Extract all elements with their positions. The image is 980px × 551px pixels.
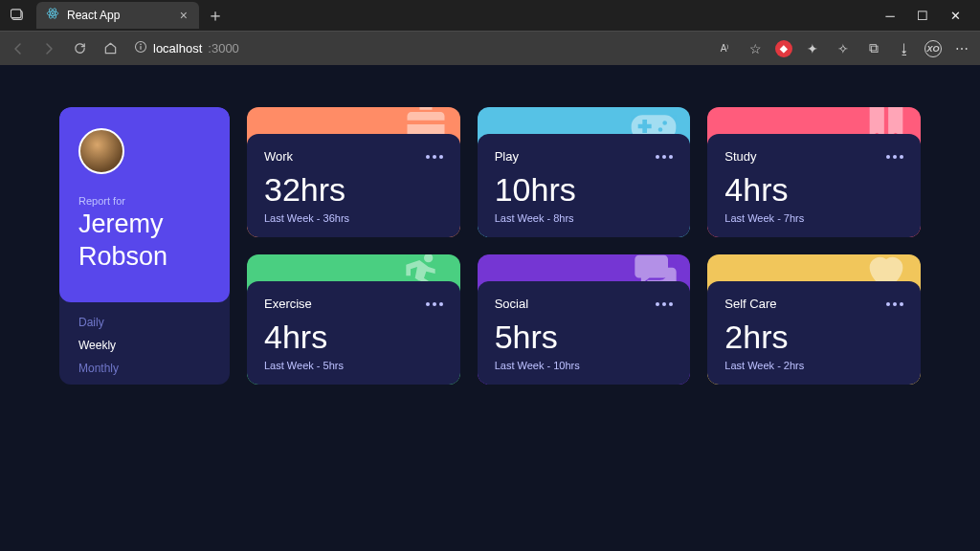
- card-menu-button[interactable]: [886, 151, 903, 163]
- svg-rect-1: [11, 10, 21, 18]
- activity-card-body[interactable]: Self Care2hrsLast Week - 2hrs: [707, 281, 921, 385]
- browser-titlebar: React App × ＋ ─ ☐ ✕: [0, 0, 980, 31]
- profile-name: Jeremy Robson: [78, 209, 211, 274]
- profile-card: Report for Jeremy Robson DailyWeeklyMont…: [59, 107, 230, 385]
- card-menu-button[interactable]: [656, 151, 673, 163]
- window-controls: ─ ☐ ✕: [869, 9, 976, 23]
- activity-previous: Last Week - 5hrs: [264, 360, 443, 371]
- mode-monthly[interactable]: Monthly: [78, 362, 211, 375]
- tab-strip: React App × ＋: [4, 2, 869, 29]
- browser-addressbar: localhost:3000 A⁾ ☆ ◆ ✦ ✧ ⧉ ⭳ XO ⋯: [0, 31, 980, 65]
- activity-card-work: Work32hrsLast Week - 36hrs: [247, 107, 460, 237]
- activity-card-selfcare: Self Care2hrsLast Week - 2hrs: [707, 254, 921, 385]
- nav-reload-button[interactable]: [69, 38, 90, 59]
- card-menu-button[interactable]: [656, 298, 673, 310]
- activity-card-body[interactable]: Study4hrsLast Week - 7hrs: [707, 134, 921, 237]
- browser-menu-button[interactable]: ⋯: [951, 39, 972, 58]
- svg-point-8: [140, 43, 142, 45]
- url-host: localhost: [153, 41, 202, 55]
- activity-hours: 4hrs: [264, 319, 443, 356]
- read-aloud-icon[interactable]: A⁾: [714, 39, 735, 58]
- activity-hours: 32hrs: [264, 171, 443, 209]
- address-field[interactable]: localhost:3000: [134, 40, 239, 57]
- activity-card-body[interactable]: Work32hrsLast Week - 36hrs: [247, 134, 460, 237]
- downloads-icon[interactable]: ⭳: [894, 39, 915, 58]
- new-tab-button[interactable]: ＋: [199, 2, 232, 29]
- activity-card-study: Study4hrsLast Week - 7hrs: [707, 107, 921, 237]
- activity-hours: 10hrs: [495, 171, 674, 209]
- activity-previous: Last Week - 2hrs: [724, 360, 903, 371]
- extensions-icon[interactable]: ✦: [802, 39, 823, 58]
- activity-title: Social: [495, 297, 528, 311]
- activity-hours: 4hrs: [724, 171, 903, 209]
- profile-header: Report for Jeremy Robson: [59, 107, 230, 302]
- svg-rect-7: [140, 46, 141, 50]
- activity-hours: 2hrs: [724, 319, 903, 356]
- card-menu-button[interactable]: [886, 298, 903, 310]
- avatar: [78, 128, 124, 174]
- activity-card-play: Play10hrsLast Week - 8hrs: [478, 107, 691, 237]
- window-minimize-button[interactable]: ─: [882, 9, 898, 23]
- activity-title: Exercise: [264, 297, 312, 311]
- card-menu-button[interactable]: [426, 151, 443, 163]
- dashboard-grid: Report for Jeremy Robson DailyWeeklyMont…: [59, 107, 921, 385]
- timeframe-modes: DailyWeeklyMonthly: [59, 302, 230, 386]
- window-close-button[interactable]: ✕: [947, 9, 963, 23]
- activity-title: Work: [264, 149, 293, 164]
- tab-close-button[interactable]: ×: [176, 7, 191, 24]
- activity-previous: Last Week - 7hrs: [724, 212, 903, 224]
- activity-title: Study: [724, 149, 756, 164]
- activity-title: Play: [495, 149, 519, 164]
- card-menu-button[interactable]: [426, 298, 443, 310]
- svg-point-5: [52, 12, 54, 14]
- activity-card-body[interactable]: Play10hrsLast Week - 8hrs: [478, 134, 691, 237]
- react-favicon-icon: [46, 7, 59, 24]
- tab-title: React App: [67, 9, 168, 22]
- favorite-star-icon[interactable]: ☆: [745, 39, 766, 58]
- page-body: Report for Jeremy Robson DailyWeeklyMont…: [0, 65, 980, 551]
- mode-daily[interactable]: Daily: [78, 316, 211, 329]
- url-path: :3000: [208, 41, 239, 55]
- profile-avatar-icon[interactable]: XO: [924, 40, 942, 57]
- activity-card-exercise: Exercise4hrsLast Week - 5hrs: [247, 254, 460, 385]
- activity-hours: 5hrs: [495, 319, 674, 356]
- report-for-label: Report for: [78, 195, 211, 207]
- tabs-overview-button[interactable]: [4, 2, 31, 29]
- activity-previous: Last Week - 36hrs: [264, 212, 443, 224]
- activity-card-body[interactable]: Exercise4hrsLast Week - 5hrs: [247, 281, 460, 385]
- activity-title: Self Care: [724, 297, 776, 311]
- window-maximize-button[interactable]: ☐: [915, 9, 930, 23]
- activity-previous: Last Week - 8hrs: [495, 212, 674, 224]
- activity-card-body[interactable]: Social5hrsLast Week - 10hrs: [478, 281, 691, 385]
- mode-weekly[interactable]: Weekly: [78, 339, 211, 352]
- site-info-icon[interactable]: [134, 40, 147, 57]
- nav-home-button[interactable]: [100, 38, 121, 59]
- collections-icon[interactable]: ⧉: [863, 39, 884, 58]
- nav-forward-button[interactable]: [38, 38, 59, 59]
- activity-previous: Last Week - 10hrs: [495, 360, 674, 371]
- extension-badge-icon[interactable]: ◆: [775, 40, 792, 57]
- favorites-bar-icon[interactable]: ✧: [833, 39, 854, 58]
- nav-back-button[interactable]: [8, 38, 29, 59]
- activity-card-social: Social5hrsLast Week - 10hrs: [478, 254, 691, 385]
- browser-tab-active[interactable]: React App ×: [36, 2, 199, 29]
